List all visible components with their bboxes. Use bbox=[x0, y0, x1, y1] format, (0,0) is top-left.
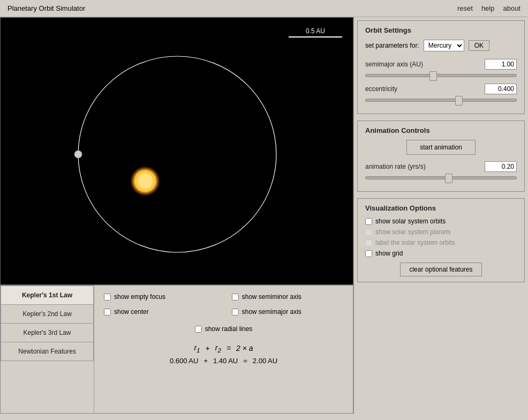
orbit-svg bbox=[1, 18, 353, 284]
anim-rate-row: animation rate (yrs/s) bbox=[365, 161, 517, 172]
semimajor-input[interactable] bbox=[485, 59, 517, 70]
start-animation-button[interactable]: start animation bbox=[406, 140, 476, 155]
show-empty-focus-row[interactable]: show empty focus bbox=[104, 293, 216, 301]
show-radial-label: show radial lines bbox=[205, 325, 253, 333]
animation-controls-section: Animation Controls start animation anima… bbox=[357, 121, 525, 192]
show-grid-checkbox[interactable] bbox=[365, 250, 372, 257]
show-empty-focus-label: show empty focus bbox=[114, 293, 165, 301]
simulation-area: 0.5 AU bbox=[0, 17, 353, 285]
equation-values: 0.600 AU + 1.40 AU = 2.00 AU bbox=[104, 357, 343, 365]
show-center-row[interactable]: show center bbox=[104, 308, 216, 316]
val-equals: = bbox=[243, 357, 247, 365]
label-orbits-row: label the solar system orbits bbox=[365, 239, 517, 246]
eccentricity-slider-thumb[interactable] bbox=[455, 96, 463, 106]
label-orbits-label: label the solar system orbits bbox=[375, 239, 455, 246]
orbit-ellipse bbox=[78, 56, 276, 252]
clear-optional-features-button[interactable]: clear optional features bbox=[400, 262, 481, 276]
show-radial-row: show radial lines bbox=[104, 325, 343, 337]
bottom-left-panel: Kepler's 1st Law Kepler's 2nd Law Kepler… bbox=[0, 285, 353, 414]
visualization-options-section: Visualization Options show solar system … bbox=[357, 198, 525, 282]
val-plus: + bbox=[203, 357, 208, 365]
show-planets-row: show solar system planets bbox=[365, 228, 517, 236]
about-button[interactable]: about bbox=[503, 4, 521, 12]
show-semiminor-row[interactable]: show semiminor axis bbox=[232, 293, 344, 301]
planet-select[interactable]: Mercury Venus Earth Mars Jupiter Saturn … bbox=[424, 40, 464, 51]
eq-r2: r2 bbox=[215, 343, 221, 354]
equation-area: r1 + r2 = 2 × a 0.600 AU + 1.40 AU = 2.0… bbox=[104, 343, 343, 365]
anim-rate-slider-track bbox=[365, 176, 517, 179]
val-r2: 1.40 AU bbox=[213, 357, 238, 365]
top-bar: Planetary Orbit Simulator reset help abo… bbox=[0, 0, 528, 17]
show-center-label: show center bbox=[114, 308, 149, 316]
tab-kepler2[interactable]: Kepler's 2nd Law bbox=[1, 304, 94, 323]
eq-r1: r1 bbox=[194, 343, 200, 354]
show-grid-row[interactable]: show grid bbox=[365, 250, 517, 257]
equation-row: r1 + r2 = 2 × a bbox=[104, 343, 343, 354]
main-layout: 0.5 AU bbox=[0, 17, 528, 414]
tabs-sidebar: Kepler's 1st Law Kepler's 2nd Law Kepler… bbox=[1, 286, 94, 413]
sun-core bbox=[138, 174, 153, 189]
eccentricity-row: eccentricity bbox=[365, 84, 517, 94]
show-planets-label: show solar system planets bbox=[375, 228, 451, 236]
help-button[interactable]: help bbox=[481, 4, 495, 12]
show-orbits-row[interactable]: show solar system orbits bbox=[365, 218, 517, 225]
top-bar-actions: reset help about bbox=[457, 4, 521, 12]
semimajor-slider-thumb[interactable] bbox=[429, 71, 437, 81]
show-semimajor-label: show semimajor axis bbox=[242, 308, 301, 316]
eq-equals: = bbox=[227, 344, 231, 352]
visualization-options-title: Visualization Options bbox=[365, 204, 517, 212]
tab-newtonian[interactable]: Newtonian Features bbox=[1, 342, 94, 361]
tab-kepler1[interactable]: Kepler's 1st Law bbox=[1, 286, 94, 304]
ok-button[interactable]: OK bbox=[469, 40, 489, 51]
val-rhs: 2.00 AU bbox=[253, 357, 277, 365]
eccentricity-slider-row bbox=[365, 99, 517, 102]
orbit-settings-section: Orbit Settings set parameters for: Mercu… bbox=[357, 20, 525, 114]
left-panel: 0.5 AU bbox=[0, 17, 353, 414]
show-orbits-label: show solar system orbits bbox=[375, 218, 446, 225]
show-planets-checkbox bbox=[365, 229, 372, 236]
show-semiminor-label: show semiminor axis bbox=[242, 293, 301, 301]
orbit-settings-title: Orbit Settings bbox=[365, 26, 517, 34]
label-orbits-checkbox bbox=[365, 239, 372, 246]
show-semiminor-checkbox[interactable] bbox=[232, 294, 239, 301]
planet bbox=[74, 151, 82, 158]
anim-rate-label: animation rate (yrs/s) bbox=[365, 163, 426, 170]
eq-rhs: 2 × a bbox=[236, 344, 253, 352]
show-center-checkbox[interactable] bbox=[104, 309, 111, 316]
show-semimajor-row[interactable]: show semimajor axis bbox=[232, 308, 344, 316]
eq-plus: + bbox=[206, 344, 210, 352]
show-radial-checkbox[interactable] bbox=[195, 326, 202, 333]
semimajor-slider-track bbox=[365, 74, 517, 77]
show-semimajor-checkbox[interactable] bbox=[232, 309, 239, 316]
anim-rate-input[interactable] bbox=[485, 161, 517, 172]
right-panel: Orbit Settings set parameters for: Mercu… bbox=[353, 17, 528, 414]
app-title: Planetary Orbit Simulator bbox=[7, 4, 85, 12]
eccentricity-slider-track bbox=[365, 99, 517, 102]
animation-controls-title: Animation Controls bbox=[365, 126, 517, 134]
reset-button[interactable]: reset bbox=[457, 4, 473, 12]
tab-kepler3[interactable]: Kepler's 3rd Law bbox=[1, 323, 94, 342]
show-grid-label: show grid bbox=[375, 250, 403, 257]
anim-rate-slider-thumb[interactable] bbox=[445, 174, 452, 183]
show-orbits-checkbox[interactable] bbox=[365, 218, 372, 225]
tab-content-kepler1: show empty focus show semiminor axis sho… bbox=[94, 286, 353, 413]
set-params-row: set parameters for: Mercury Venus Earth … bbox=[365, 40, 517, 51]
semimajor-label: semimajor axis (AU) bbox=[365, 61, 423, 68]
anim-rate-slider-row bbox=[365, 176, 517, 179]
val-r1: 0.600 AU bbox=[170, 357, 199, 365]
checkbox-grid: show empty focus show semiminor axis sho… bbox=[104, 293, 343, 320]
set-params-label: set parameters for: bbox=[365, 42, 419, 49]
semimajor-slider-row bbox=[365, 74, 517, 77]
eccentricity-label: eccentricity bbox=[365, 85, 397, 93]
show-empty-focus-checkbox[interactable] bbox=[104, 294, 111, 301]
semimajor-row: semimajor axis (AU) bbox=[365, 59, 517, 70]
eccentricity-input[interactable] bbox=[485, 84, 517, 94]
